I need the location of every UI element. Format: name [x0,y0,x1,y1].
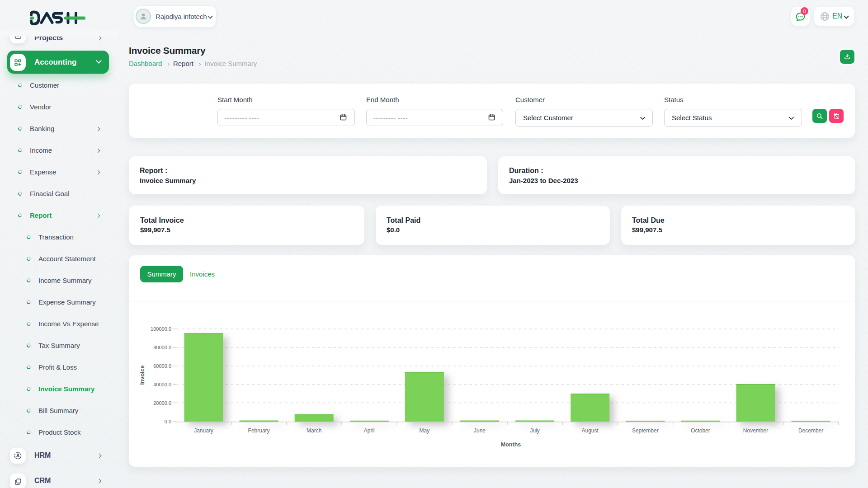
svg-text:Invoice: Invoice [139,365,146,385]
svg-text:June: June [474,427,486,434]
svg-text:April: April [364,427,375,434]
svg-text:May: May [420,427,430,434]
svg-text:August: August [582,427,599,434]
svg-text:October: October [691,427,710,434]
svg-text:January: January [194,427,213,434]
svg-text:February: February [248,427,270,434]
svg-text:March: March [307,427,321,434]
svg-text:100000.0: 100000.0 [151,326,171,332]
svg-text:20000.0: 20000.0 [153,400,171,406]
svg-text:September: September [632,427,659,434]
svg-text:0.0: 0.0 [165,419,171,424]
svg-text:60000.0: 60000.0 [153,363,171,369]
svg-text:40000.0: 40000.0 [153,382,171,387]
svg-text:Months: Months [501,441,521,448]
svg-text:November: November [743,427,768,434]
svg-text:80000.0: 80000.0 [153,345,171,350]
svg-text:December: December [798,427,823,434]
svg-text:July: July [530,427,539,434]
